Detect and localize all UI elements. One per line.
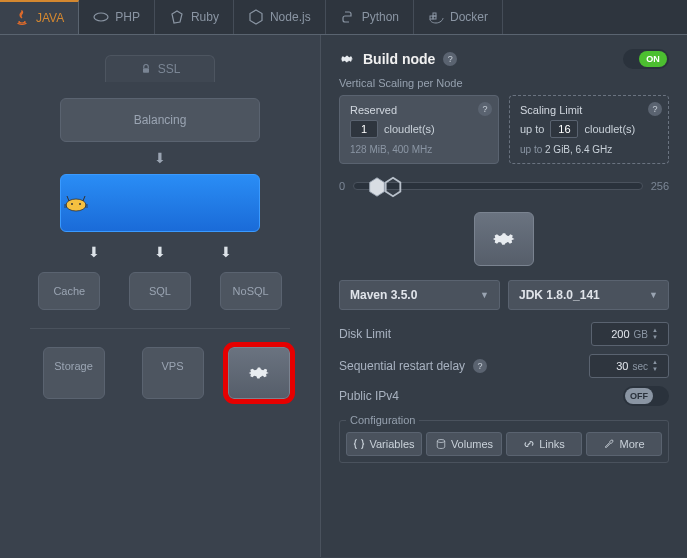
gear-icon <box>490 225 518 253</box>
chevron-down-icon: ▼ <box>480 290 489 300</box>
svg-point-6 <box>71 203 73 205</box>
tab-ruby[interactable]: Ruby <box>155 0 234 34</box>
ruby-icon <box>169 9 185 25</box>
settings-panel: Build node ? ON Vertical Scaling per Nod… <box>320 35 687 557</box>
arrow-down-icon: ⬇ <box>220 244 232 260</box>
svg-point-0 <box>94 13 108 21</box>
build-version-select[interactable]: Maven 3.5.0▼ <box>339 280 500 310</box>
gear-icon <box>246 360 272 386</box>
svg-rect-3 <box>433 13 436 16</box>
tab-label: Node.js <box>270 10 311 24</box>
java-icon <box>14 10 30 26</box>
arrow-down-icon: ⬇ <box>154 244 166 260</box>
tab-label: Ruby <box>191 10 219 24</box>
cloudlet-slider[interactable] <box>353 182 643 190</box>
slider-max: 256 <box>651 180 669 192</box>
build-node-selector[interactable] <box>228 347 290 399</box>
sql-node[interactable]: SQL <box>129 272 191 310</box>
build-node-toggle[interactable]: ON <box>623 49 669 69</box>
more-button[interactable]: More <box>586 432 662 456</box>
reserved-cloudlets-card: Reserved ? cloudlet(s) 128 MiB, 400 MHz <box>339 95 499 164</box>
variables-button[interactable]: Variables <box>346 432 422 456</box>
tab-docker[interactable]: Docker <box>414 0 503 34</box>
balancing-node[interactable]: Balancing <box>60 98 260 142</box>
nosql-node[interactable]: NoSQL <box>220 272 282 310</box>
section-title: Build node <box>363 51 435 67</box>
cache-node[interactable]: Cache <box>38 272 100 310</box>
ssl-label: SSL <box>158 62 181 76</box>
docker-icon <box>428 9 444 25</box>
topology-panel: SSL Balancing ⬇ ⬇ ⬇ ⬇ Cache SQL NoSQL <box>0 35 320 557</box>
node-icon-box <box>474 212 534 266</box>
reserved-cloudlets-input[interactable] <box>350 120 378 138</box>
scaling-limit-input[interactable] <box>550 120 578 138</box>
slider-handle-limit[interactable] <box>382 175 404 199</box>
chevron-down-icon: ▼ <box>649 290 658 300</box>
help-icon[interactable]: ? <box>443 52 457 66</box>
php-icon <box>93 9 109 25</box>
python-icon <box>340 9 356 25</box>
lock-icon <box>140 63 152 75</box>
tomcat-icon <box>61 193 91 213</box>
restart-delay-label: Sequential restart delay <box>339 359 465 373</box>
public-ip-label: Public IPv4 <box>339 389 399 403</box>
help-icon[interactable]: ? <box>648 102 662 116</box>
braces-icon <box>353 438 365 450</box>
tab-python[interactable]: Python <box>326 0 414 34</box>
svg-point-8 <box>437 440 445 443</box>
link-icon <box>523 438 535 450</box>
volumes-button[interactable]: Volumes <box>426 432 502 456</box>
app-server-node[interactable] <box>60 174 260 232</box>
slider-min: 0 <box>339 180 345 192</box>
tab-php[interactable]: PHP <box>79 0 155 34</box>
arrow-down-icon: ⬇ <box>88 244 100 260</box>
tab-label: JAVA <box>36 11 64 25</box>
scaling-limit-card: Scaling Limit ? up to cloudlet(s) up to … <box>509 95 669 164</box>
wrench-icon <box>603 438 615 450</box>
arrow-down-icon: ⬇ <box>30 150 290 166</box>
tab-nodejs[interactable]: Node.js <box>234 0 326 34</box>
help-icon[interactable]: ? <box>478 102 492 116</box>
links-button[interactable]: Links <box>506 432 582 456</box>
ssl-toggle[interactable]: SSL <box>105 55 215 82</box>
nodejs-icon <box>248 9 264 25</box>
storage-node[interactable]: Storage <box>43 347 105 399</box>
tab-java[interactable]: JAVA <box>0 0 79 34</box>
disk-icon <box>435 438 447 450</box>
spinner-buttons[interactable]: ▲▼ <box>652 358 664 374</box>
tab-label: Docker <box>450 10 488 24</box>
help-icon[interactable]: ? <box>473 359 487 373</box>
configuration-group: Configuration Variables Volumes Links Mo… <box>339 414 669 463</box>
public-ip-toggle[interactable]: OFF <box>623 386 669 406</box>
svg-point-7 <box>79 203 81 205</box>
scaling-heading: Vertical Scaling per Node <box>339 77 669 89</box>
tech-tabs: JAVA PHP Ruby Node.js Python Docker <box>0 0 687 35</box>
jdk-version-select[interactable]: JDK 1.8.0_141▼ <box>508 280 669 310</box>
restart-delay-input[interactable] <box>598 360 628 372</box>
vps-node[interactable]: VPS <box>142 347 204 399</box>
tab-label: PHP <box>115 10 140 24</box>
tab-label: Python <box>362 10 399 24</box>
disk-limit-label: Disk Limit <box>339 327 391 341</box>
svg-rect-4 <box>143 68 149 73</box>
spinner-buttons[interactable]: ▲▼ <box>652 326 664 342</box>
disk-limit-input[interactable] <box>600 328 630 340</box>
gear-icon <box>339 51 355 67</box>
